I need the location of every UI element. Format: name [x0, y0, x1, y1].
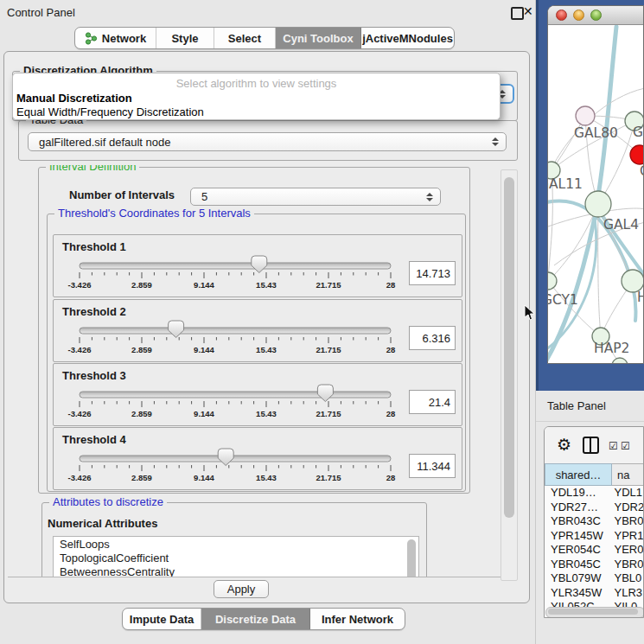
svg-text:9.144: 9.144 — [194, 473, 214, 482]
threshold-slider[interactable]: -3.4262.8599.14415.4321.71528 — [54, 447, 401, 485]
panel-title: Control Panel — [7, 6, 75, 19]
threshold-box-2: Threshold 2 -3.4262.8599.14415.4321.7152… — [53, 299, 462, 362]
list-scrollbar[interactable] — [407, 539, 416, 577]
attribute-list-item[interactable]: BetweennessCentrality — [54, 564, 418, 577]
cell-name: YBL0 — [611, 571, 644, 586]
tab-style-label: Style — [171, 32, 198, 45]
threshold-value-field[interactable]: 14.713 — [409, 261, 456, 285]
close-icon[interactable]: ✕ — [523, 4, 533, 18]
columns-icon[interactable] — [583, 437, 599, 454]
network-node-green[interactable] — [585, 191, 611, 217]
network-window-titlebar[interactable] — [548, 6, 644, 25]
cell-shared-name: YLR345W — [545, 586, 611, 601]
network-node-green[interactable] — [612, 358, 628, 364]
popup-item-manual-discretization[interactable]: Manual Discretization — [16, 92, 132, 105]
attribute-list-item[interactable]: TopologicalCoefficient — [54, 551, 418, 564]
threshold-box-1: Threshold 1 -3.4262.8599.14415.4321.7152… — [53, 234, 462, 297]
algorithm-dropdown-popup: Select algorithm to view settings Manual… — [12, 73, 501, 120]
interval-definition-title: Interval Definition — [46, 165, 139, 173]
tab-infer-network-label: Infer Network — [322, 613, 393, 626]
table-row[interactable]: YDL19…YDL1 — [545, 486, 644, 501]
column-header-name[interactable]: na — [612, 463, 644, 486]
cell-name: YBR0 — [611, 514, 644, 529]
network-node-red[interactable] — [630, 145, 644, 164]
cell-name: YDL1 — [611, 486, 644, 501]
panel-scrollbar-thumb[interactable] — [504, 177, 514, 518]
table-toolbar: ⚙ ☑ ☑ — [545, 427, 644, 463]
table-row[interactable]: YLR345WYLR3 — [545, 586, 644, 601]
svg-text:28: 28 — [386, 280, 396, 290]
table-hscrollbar[interactable] — [545, 607, 644, 618]
network-node-label: GAL11 — [548, 176, 583, 192]
network-view-window[interactable]: GAL80G.GAL11CGAL4GCY1HHAP2 — [547, 5, 644, 364]
table-row[interactable]: YPR145WYPR1 — [545, 529, 644, 544]
svg-text:28: 28 — [386, 345, 396, 354]
network-canvas[interactable]: GAL80G.GAL11CGAL4GCY1HHAP2 — [548, 25, 644, 364]
threshold-slider-thumb[interactable] — [252, 256, 267, 273]
tab-network[interactable]: Network — [75, 28, 156, 48]
column-header-shared[interactable]: shared… — [545, 463, 612, 486]
threshold-slider-thumb[interactable] — [218, 449, 233, 466]
table-row[interactable]: YBL079WYBL0 — [545, 571, 644, 586]
threshold-slider[interactable]: -3.4262.8599.14415.4321.71528 — [54, 254, 401, 292]
number-of-intervals-combobox[interactable]: 5 — [190, 188, 441, 206]
threshold-slider-track[interactable] — [80, 456, 391, 462]
svg-text:2.859: 2.859 — [131, 473, 152, 482]
apply-button[interactable]: Apply — [214, 580, 269, 598]
threshold-slider[interactable]: -3.4262.8599.14415.4321.71528 — [54, 383, 401, 421]
tab-select[interactable]: Select — [214, 28, 276, 48]
svg-text:15.43: 15.43 — [256, 345, 277, 354]
scroll-viewport: Interval Definition Number of Intervals … — [8, 165, 501, 577]
network-edge[interactable] — [598, 204, 601, 336]
cell-shared-name: YER054C — [545, 543, 611, 558]
tab-impute-data[interactable]: Impute Data — [123, 609, 201, 629]
minimize-traffic-light[interactable] — [573, 10, 584, 21]
table-row[interactable]: YBR045CYBR0 — [545, 558, 644, 572]
tab-style[interactable]: Style — [156, 28, 214, 48]
network-node-label: GAL80 — [574, 125, 618, 141]
svg-text:-3.426: -3.426 — [68, 345, 92, 354]
threshold-slider-track[interactable] — [80, 263, 391, 269]
network-node-pink[interactable] — [576, 106, 595, 125]
cell-name: YPR1 — [611, 529, 644, 544]
combo-arrows-icon — [492, 137, 499, 146]
right-side-panel: GAL80G.GAL11CGAL4GCY1HHAP2 Table Panel ⚙… — [536, 0, 644, 644]
popup-item-equal-width-frequency[interactable]: Equal Width/Frequency Discretization — [16, 105, 204, 118]
table-hscrollbar-thumb[interactable] — [548, 609, 638, 615]
threshold-slider-track[interactable] — [80, 392, 391, 398]
threshold-slider-track[interactable] — [80, 328, 391, 334]
tab-jactivemnodules[interactable]: jActiveMNodules — [361, 28, 454, 48]
panel-scrollbar[interactable] — [501, 169, 518, 581]
close-traffic-light[interactable] — [556, 10, 567, 21]
threshold-slider-thumb[interactable] — [169, 321, 184, 338]
tab-cyni-toolbox[interactable]: Cyni Toolbox — [276, 28, 361, 48]
checkbox-icon[interactable]: ☑ — [621, 440, 630, 452]
network-node-green[interactable] — [548, 272, 557, 290]
threshold-value-field[interactable]: 6.316 — [409, 326, 456, 350]
zoom-traffic-light[interactable] — [590, 10, 602, 21]
control-panel: Control Panel ✕ Network Style Select Cyn… — [0, 0, 536, 644]
network-node-label: H — [637, 290, 644, 305]
checkbox-icon[interactable]: ☑ — [609, 440, 618, 452]
numerical-attributes-label: Numerical Attributes — [48, 517, 157, 530]
svg-text:-3.426: -3.426 — [68, 409, 92, 418]
tab-infer-network[interactable]: Infer Network — [310, 609, 405, 629]
svg-text:28: 28 — [386, 473, 396, 482]
table-row[interactable]: YDR27…YDR2 — [545, 501, 644, 515]
threshold-slider-thumb[interactable] — [317, 385, 333, 402]
float-window-icon[interactable] — [511, 7, 524, 20]
table-data-combobox[interactable]: galFiltered.sif default node — [28, 132, 507, 151]
number-of-intervals-label: Number of Intervals — [69, 188, 175, 201]
threshold-slider[interactable]: -3.4262.8599.14415.4321.71528 — [54, 319, 401, 357]
cell-shared-name: YPR145W — [545, 529, 611, 544]
table-row[interactable]: YER054CYER0 — [545, 543, 644, 558]
threshold-value-field[interactable]: 11.344 — [409, 454, 456, 478]
attribute-list-item[interactable]: SelfLoops — [54, 537, 418, 551]
control-panel-titlebar: Control Panel ✕ — [0, 0, 536, 24]
tab-discretize-data[interactable]: Discretize Data — [201, 609, 310, 629]
table-row[interactable]: YBR043CYBR0 — [545, 514, 644, 529]
threshold-value-field[interactable]: 21.4 — [409, 390, 456, 414]
gear-icon[interactable]: ⚙ — [557, 435, 571, 455]
svg-text:15.43: 15.43 — [256, 280, 277, 290]
table-panel-title: Table Panel — [547, 399, 606, 412]
